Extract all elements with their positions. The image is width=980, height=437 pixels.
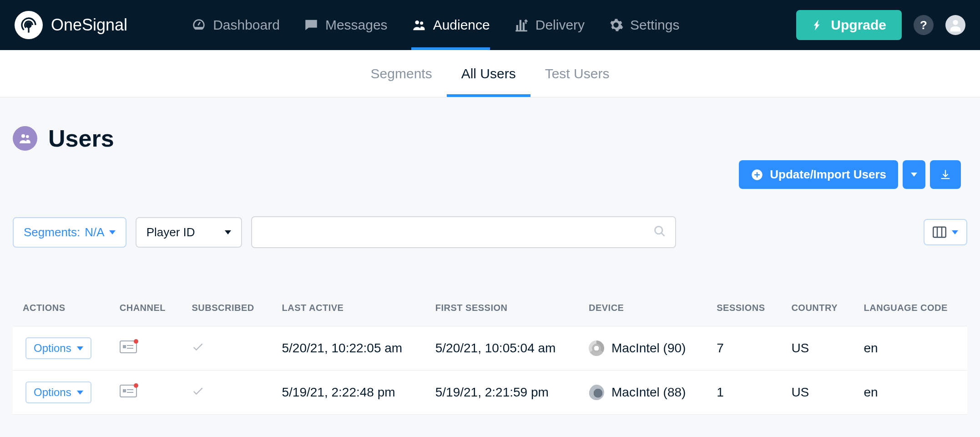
nav-item-settings[interactable]: Settings [608,0,679,50]
update-import-dropdown-button[interactable] [903,160,925,189]
avatar-button[interactable] [945,15,965,35]
cell-language-code: en [854,326,967,371]
nav-item-delivery[interactable]: Delivery [514,0,585,50]
filter-bar: Segments: N/A Player ID [13,216,967,248]
col-actions[interactable]: ACTIONS [13,294,110,326]
cell-sessions: 7 [707,326,781,371]
rocket-icon [812,19,824,31]
cell-language-code: en [854,371,967,415]
subnav-label: Test Users [545,66,610,81]
col-sessions[interactable]: SESSIONS [707,294,781,326]
nav-item-audience[interactable]: Audience [411,0,490,50]
svg-point-4 [953,20,958,25]
subnav-label: All Users [461,66,516,81]
chrome-browser-icon [589,340,604,356]
caret-down-icon [952,230,958,234]
segments-filter-button[interactable]: Segments: N/A [13,217,126,248]
cell-first-session: 5/19/21, 2:21:59 pm [425,371,579,415]
avatar-icon [948,17,963,33]
top-navigation: OneSignal Dashboard Messages Audience De… [0,0,980,50]
check-icon [192,342,204,356]
cell-sessions: 1 [707,371,781,415]
brand-logo[interactable]: OneSignal [15,11,127,39]
col-channel[interactable]: CHANNEL [110,294,182,326]
svg-point-2 [415,20,419,25]
web-push-channel-icon [120,385,137,397]
page-content: Users Update/Import Users Segments: N/A … [0,97,980,433]
nav-right: Upgrade ? [796,10,965,40]
cell-last-active: 5/19/21, 2:22:48 pm [272,371,425,415]
caret-down-icon [77,346,83,351]
cell-subscribed [182,326,272,371]
check-icon [192,386,204,400]
cell-device: MacIntel (90) [579,326,707,371]
col-subscribed[interactable]: SUBSCRIBED [182,294,272,326]
search-icon [653,225,666,239]
action-bar: Update/Import Users [13,160,967,189]
caret-down-icon [911,173,917,177]
table-row: Options5/19/21, 2:22:48 pm5/19/21, 2:21:… [13,371,967,415]
columns-button[interactable] [924,219,967,245]
plus-circle-icon [751,168,763,181]
update-import-users-button[interactable]: Update/Import Users [739,160,898,189]
svg-rect-1 [28,25,29,33]
segments-label-prefix: Segments: [24,225,80,239]
subnav-label: Segments [371,66,432,81]
nav-label: Settings [630,17,679,33]
nav-label: Dashboard [213,17,280,33]
subnav-segments[interactable]: Segments [356,50,447,97]
web-push-channel-icon [120,340,137,353]
search-by-select[interactable]: Player ID [136,217,242,248]
options-button[interactable]: Options [25,337,91,359]
col-country[interactable]: COUNTRY [781,294,854,326]
nav-label: Audience [433,17,490,33]
cell-country: US [781,371,854,415]
svg-point-8 [655,227,662,234]
options-label: Options [34,342,71,355]
cell-last-active: 5/20/21, 10:22:05 am [272,326,425,371]
cell-actions: Options [13,371,110,415]
subnav-all-users[interactable]: All Users [447,50,530,97]
nav-label: Messages [325,17,388,33]
cell-first-session: 5/20/21, 10:05:04 am [425,326,579,371]
options-button[interactable]: Options [25,381,91,403]
col-device[interactable]: DEVICE [579,294,707,326]
download-button[interactable] [930,160,961,189]
search-input[interactable] [251,216,676,248]
dashboard-icon [191,17,207,33]
svg-point-5 [21,134,25,138]
svg-point-3 [420,21,423,25]
nav-item-dashboard[interactable]: Dashboard [191,0,280,50]
table-header-row: ACTIONS CHANNEL SUBSCRIBED LAST ACTIVE F… [13,294,967,326]
col-last-active[interactable]: LAST ACTIVE [272,294,425,326]
settings-icon [608,17,624,33]
columns-icon [933,226,946,238]
cell-subscribed [182,371,272,415]
upgrade-button[interactable]: Upgrade [796,10,902,40]
sub-navigation: Segments All Users Test Users [0,50,980,97]
nav-item-messages[interactable]: Messages [303,0,388,50]
cell-actions: Options [13,326,110,371]
cell-device: MacIntel (88) [579,371,707,415]
svg-rect-9 [933,227,946,238]
cell-channel [110,326,182,371]
brand-logo-icon [15,11,43,39]
nav-label: Delivery [535,17,585,33]
page-header: Users [13,125,967,152]
caret-down-icon [225,230,231,234]
caret-down-icon [77,391,83,395]
col-language-code[interactable]: LANGUAGE CODE [854,294,967,326]
svg-point-6 [26,135,29,138]
brand-name: OneSignal [51,15,127,35]
messages-icon [303,17,319,33]
device-text: MacIntel (88) [611,385,686,400]
search-by-value: Player ID [146,225,195,239]
users-page-icon [13,126,37,151]
users-table: ACTIONS CHANNEL SUBSCRIBED LAST ACTIVE F… [13,294,967,415]
upgrade-label: Upgrade [831,17,886,33]
help-button[interactable]: ? [914,15,934,35]
page-title: Users [48,125,114,152]
col-first-session[interactable]: FIRST SESSION [425,294,579,326]
cell-channel [110,371,182,415]
subnav-test-users[interactable]: Test Users [530,50,624,97]
